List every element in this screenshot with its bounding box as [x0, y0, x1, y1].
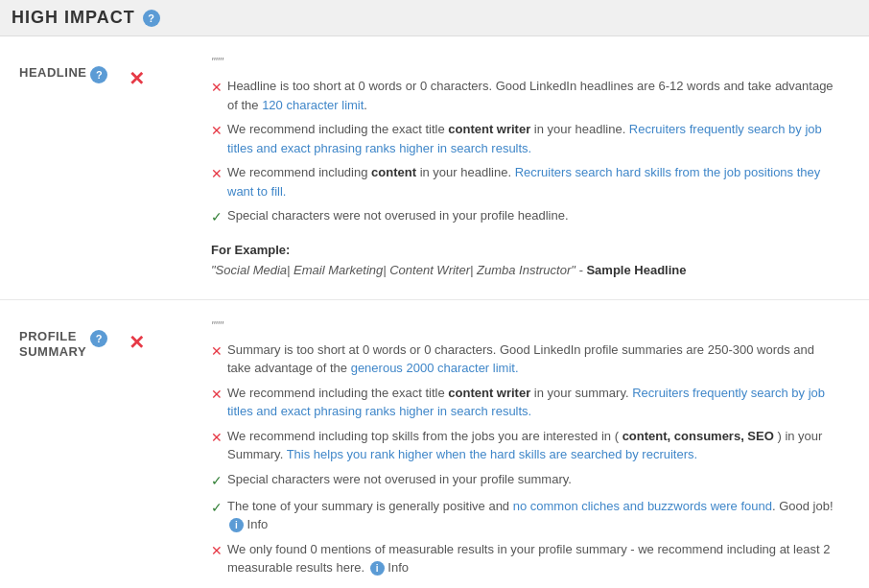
page-header: HIGH IMPACT ?	[0, 0, 869, 36]
feedback-item-5: ✕We only found 0 mentions of measurable …	[211, 540, 840, 577]
info-icon[interactable]: i	[370, 561, 385, 576]
feedback-text: Special characters were not overused in …	[227, 470, 572, 489]
feedback-text: We recommend including content in your h…	[227, 163, 840, 200]
feedback-item-2: ✕We recommend including content in your …	[211, 163, 840, 200]
feedback-item-0: ✕Summary is too short at 0 words or 0 ch…	[211, 341, 840, 378]
pass-icon: ✓	[211, 471, 223, 491]
section-label-headline: HEADLINE?✕	[0, 56, 211, 280]
fail-icon: ✕	[211, 78, 223, 98]
feedback-item-2: ✕We recommend including top skills from …	[211, 427, 840, 464]
section-label-profile-summary: PROFILE SUMMARY?✕	[0, 319, 211, 589]
feedback-text: Special characters were not overused in …	[227, 206, 569, 225]
feedback-item-1: ✕We recommend including the exact title …	[211, 120, 840, 157]
section-help-icon-profile-summary[interactable]: ?	[90, 330, 107, 347]
info-icon[interactable]: i	[229, 518, 244, 532]
section-status-icon-profile-summary: ✕	[129, 331, 145, 354]
feedback-bold: content writer	[448, 122, 530, 136]
feedback-text: We recommend including top skills from t…	[227, 427, 840, 464]
section-content-headline: """✕Headline is too short at 0 words or …	[211, 56, 869, 280]
feedback-bold: content, consumers, SEO	[622, 429, 774, 443]
feedback-text: Summary is too short at 0 words or 0 cha…	[227, 341, 840, 378]
feedback-text: We recommend including the exact title c…	[227, 384, 840, 421]
feedback-link[interactable]: no common cliches and buzzwords were fou…	[513, 499, 772, 513]
section-name-headline: HEADLINE	[19, 65, 86, 82]
sample-label: Sample Headline	[586, 263, 686, 277]
feedback-item-0: ✕Headline is too short at 0 words or 0 c…	[211, 77, 840, 114]
feedback-bold: content writer	[448, 386, 530, 400]
feedback-link[interactable]: 120 character limit	[262, 98, 364, 112]
header-help-icon[interactable]: ?	[143, 10, 160, 27]
main-container: HIGH IMPACT ? HEADLINE?✕"""✕Headline is …	[0, 0, 869, 588]
feedback-item-4: ✓The tone of your summary is generally p…	[211, 497, 840, 534]
section-status-icon-headline: ✕	[129, 67, 145, 90]
fail-icon: ✕	[211, 385, 223, 405]
section-content-profile-summary: """✕Summary is too short at 0 words or 0…	[211, 319, 869, 589]
feedback-text: The tone of your summary is generally po…	[227, 497, 840, 534]
example-label: For Example:	[211, 243, 840, 257]
fail-icon: ✕	[211, 341, 223, 362]
fail-icon: ✕	[211, 121, 223, 141]
feedback-link[interactable]: This helps you rank higher when the hard…	[287, 447, 698, 461]
feedback-item-1: ✕We recommend including the exact title …	[211, 384, 840, 421]
feedback-text: We recommend including the exact title c…	[227, 120, 840, 157]
pass-icon: ✓	[211, 207, 223, 227]
feedback-link[interactable]: generous 2000 character limit.	[351, 361, 519, 375]
feedback-item-3: ✓Special characters were not overused in…	[211, 470, 840, 491]
section-name-profile-summary: PROFILE SUMMARY	[19, 329, 86, 362]
feedback-bold: content	[371, 165, 416, 179]
section-headline: HEADLINE?✕"""✕Headline is too short at 0…	[0, 36, 869, 300]
feedback-item-3: ✓Special characters were not overused in…	[211, 206, 840, 227]
page-title: HIGH IMPACT	[12, 8, 135, 28]
empty-quotes: """	[211, 319, 840, 333]
section-help-icon-headline[interactable]: ?	[90, 66, 107, 83]
empty-quotes: """	[211, 56, 840, 69]
example-headline: For Example:"Social Media| Email Marketi…	[211, 243, 840, 280]
example-text: "Social Media| Email Marketing| Content …	[211, 261, 840, 280]
feedback-text: Headline is too short at 0 words or 0 ch…	[227, 77, 840, 114]
section-profile-summary: PROFILE SUMMARY?✕"""✕Summary is too shor…	[0, 300, 869, 589]
fail-icon: ✕	[211, 164, 223, 184]
sections-wrapper: HEADLINE?✕"""✕Headline is too short at 0…	[0, 36, 869, 588]
fail-icon: ✕	[211, 541, 223, 561]
pass-icon: ✓	[211, 498, 223, 518]
feedback-text: We only found 0 mentions of measurable r…	[227, 540, 840, 577]
fail-icon: ✕	[211, 428, 223, 448]
feedback-link[interactable]: Recruiters search hard skills from the j…	[227, 165, 820, 199]
